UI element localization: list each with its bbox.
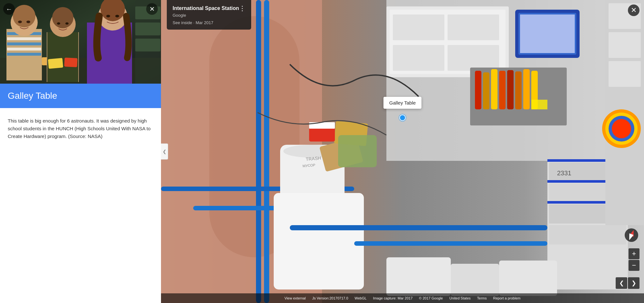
svg-rect-45 — [448, 14, 499, 40]
image-capture-text: Image capture: Mar 2017 — [373, 296, 412, 300]
close-left-button[interactable]: ✕ — [146, 3, 158, 15]
svg-rect-37 — [256, 0, 261, 303]
iss-scene-svg: TRASH МУСОР — [161, 0, 644, 303]
svg-rect-55 — [499, 71, 506, 109]
copyright-text: © 2017 Google — [419, 296, 443, 300]
svg-point-22 — [65, 23, 69, 25]
navigation-arrows: ❮ ❯ — [616, 277, 639, 289]
nav-left-button[interactable]: ❮ — [616, 277, 627, 289]
svg-text:2331: 2331 — [557, 170, 572, 177]
svg-rect-76 — [549, 225, 626, 244]
place-source-text: Google — [173, 13, 245, 18]
svg-rect-64 — [274, 193, 364, 289]
description-text: This table is big enough for 6 astronaut… — [8, 117, 153, 140]
close-right-icon: ✕ — [631, 6, 637, 14]
webgl-text: WebGL — [355, 296, 366, 300]
tooltip-hotspot[interactable] — [399, 115, 406, 121]
svg-rect-33 — [64, 58, 77, 67]
galley-table-tooltip[interactable]: Galley Table — [384, 97, 421, 109]
description-area: This table is big enough for 6 astronaut… — [0, 108, 161, 303]
back-button[interactable]: ← — [3, 3, 15, 15]
svg-point-20 — [52, 7, 73, 28]
photo-area: ← ✕ — [0, 0, 161, 84]
svg-rect-71 — [354, 241, 547, 246]
page-title: Galley Table — [8, 91, 153, 101]
svg-rect-90 — [451, 264, 499, 296]
svg-rect-89 — [386, 257, 451, 296]
svg-rect-54 — [491, 69, 497, 109]
js-version-text: Js Version:20170717.0 — [312, 296, 348, 300]
svg-rect-18 — [47, 32, 78, 82]
iss-background: TRASH МУСОР — [161, 0, 644, 303]
svg-rect-52 — [475, 71, 481, 109]
svg-rect-50 — [520, 14, 575, 53]
svg-rect-30 — [135, 23, 160, 35]
svg-point-27 — [115, 15, 119, 17]
svg-rect-69 — [338, 135, 377, 167]
collapse-panel-button[interactable]: ❮ — [161, 143, 168, 160]
svg-point-16 — [26, 21, 30, 23]
svg-rect-44 — [393, 14, 444, 40]
svg-rect-70 — [290, 225, 547, 230]
zoom-out-button[interactable]: − — [629, 260, 639, 271]
compass-needle-south — [627, 234, 634, 241]
report-link[interactable]: Report a problem — [493, 296, 520, 300]
zoom-in-button[interactable]: + — [629, 248, 639, 259]
compass-circle — [625, 228, 638, 242]
location-info-panel: International Space Station ⋮ Google See… — [167, 0, 251, 30]
view-external-link[interactable]: View external — [285, 296, 306, 300]
svg-rect-46 — [393, 45, 444, 71]
tooltip-label: Galley Table — [389, 100, 416, 106]
svg-rect-10 — [7, 42, 41, 45]
country-text: United States — [449, 296, 470, 300]
svg-rect-91 — [499, 261, 557, 296]
svg-point-26 — [106, 15, 110, 17]
svg-rect-53 — [483, 72, 489, 109]
back-arrow-icon: ← — [6, 5, 12, 13]
svg-rect-56 — [507, 70, 514, 109]
left-panel: ← ✕ Galley Table This table is big enoug… — [0, 0, 161, 303]
svg-rect-57 — [515, 71, 522, 109]
svg-rect-9 — [7, 37, 41, 40]
close-streetview-button[interactable]: ✕ — [628, 5, 639, 16]
svg-rect-47 — [448, 45, 499, 71]
svg-rect-84 — [609, 61, 641, 87]
svg-rect-92 — [531, 100, 547, 109]
svg-point-14 — [13, 5, 35, 27]
see-inside-text: See inside · Mar 2017 — [173, 20, 245, 25]
svg-point-15 — [18, 21, 22, 23]
compass-control[interactable] — [625, 228, 638, 242]
svg-rect-38 — [264, 0, 269, 303]
svg-rect-31 — [135, 39, 160, 51]
terms-link[interactable]: Terms — [477, 296, 487, 300]
svg-rect-58 — [523, 69, 530, 109]
svg-rect-83 — [609, 32, 641, 58]
collapse-arrow-icon: ❮ — [163, 149, 166, 154]
astronaut-photo — [0, 0, 161, 84]
nav-right-button[interactable]: ❯ — [628, 277, 639, 289]
more-options-icon[interactable]: ⋮ — [239, 5, 245, 12]
svg-rect-12 — [7, 53, 41, 56]
astronaut-svg — [0, 0, 161, 84]
svg-rect-11 — [7, 48, 41, 50]
svg-point-88 — [612, 119, 631, 138]
title-bar: Galley Table — [0, 84, 161, 108]
place-name-row: International Space Station ⋮ — [173, 5, 245, 12]
svg-point-21 — [57, 23, 60, 25]
close-left-icon: ✕ — [149, 5, 155, 13]
svg-rect-32 — [48, 58, 63, 69]
bottom-status-bar: View external Js Version:20170717.0 WebG… — [161, 293, 644, 303]
zoom-controls: + − — [629, 248, 639, 271]
place-name-text: International Space Station — [173, 5, 239, 11]
streetview-panel: TRASH МУСОР — [161, 0, 644, 303]
